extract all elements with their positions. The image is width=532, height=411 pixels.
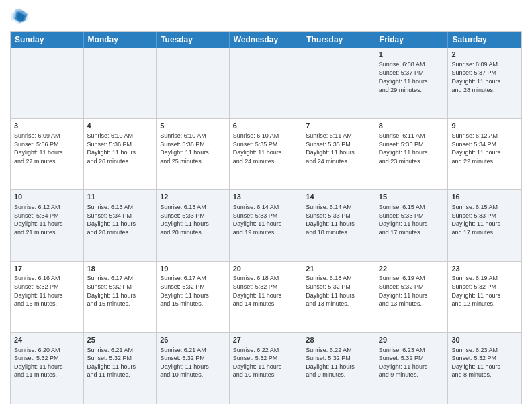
cal-cell-8: 8Sunrise: 6:11 AM Sunset: 5:35 PM Daylig…	[375, 119, 449, 189]
day-number: 29	[379, 335, 445, 345]
day-info: Sunrise: 6:15 AM Sunset: 5:33 PM Dayligh…	[451, 203, 518, 236]
day-number: 30	[451, 335, 518, 345]
cal-cell-empty-1	[84, 48, 157, 118]
cal-cell-26: 26Sunrise: 6:21 AM Sunset: 5:32 PM Dayli…	[157, 333, 230, 404]
day-info: Sunrise: 6:13 AM Sunset: 5:34 PM Dayligh…	[87, 203, 153, 236]
day-info: Sunrise: 6:17 AM Sunset: 5:32 PM Dayligh…	[160, 274, 226, 308]
day-info: Sunrise: 6:21 AM Sunset: 5:32 PM Dayligh…	[87, 346, 153, 379]
cal-cell-28: 28Sunrise: 6:22 AM Sunset: 5:32 PM Dayli…	[302, 333, 375, 404]
day-info: Sunrise: 6:21 AM Sunset: 5:32 PM Dayligh…	[160, 346, 226, 379]
cal-cell-10: 10Sunrise: 6:12 AM Sunset: 5:34 PM Dayli…	[11, 190, 84, 261]
cal-cell-23: 23Sunrise: 6:19 AM Sunset: 5:32 PM Dayli…	[448, 262, 521, 332]
day-info: Sunrise: 6:17 AM Sunset: 5:32 PM Dayligh…	[87, 274, 153, 308]
calendar-body: 1Sunrise: 6:08 AM Sunset: 5:37 PM Daylig…	[11, 48, 521, 404]
day-number: 6	[233, 121, 299, 131]
day-number: 25	[87, 335, 153, 345]
day-number: 14	[306, 192, 371, 202]
day-number: 27	[233, 335, 299, 345]
day-number: 16	[451, 192, 518, 202]
day-number: 5	[160, 121, 226, 131]
day-info: Sunrise: 6:11 AM Sunset: 5:35 PM Dayligh…	[379, 132, 445, 165]
cal-cell-empty-3	[230, 48, 303, 118]
day-info: Sunrise: 6:16 AM Sunset: 5:32 PM Dayligh…	[14, 274, 80, 308]
header-day-thursday: Thursday	[302, 32, 375, 48]
header-day-monday: Monday	[84, 32, 157, 48]
day-info: Sunrise: 6:10 AM Sunset: 5:36 PM Dayligh…	[160, 132, 226, 165]
day-number: 3	[14, 121, 80, 131]
day-info: Sunrise: 6:12 AM Sunset: 5:34 PM Dayligh…	[14, 203, 80, 236]
calendar: SundayMondayTuesdayWednesdayThursdayFrid…	[10, 31, 522, 404]
calendar-row-3: 17Sunrise: 6:16 AM Sunset: 5:32 PM Dayli…	[11, 261, 521, 332]
logo-icon	[10, 7, 29, 26]
calendar-row-2: 10Sunrise: 6:12 AM Sunset: 5:34 PM Dayli…	[11, 189, 521, 261]
cal-cell-empty-0	[11, 48, 84, 118]
cal-cell-27: 27Sunrise: 6:22 AM Sunset: 5:32 PM Dayli…	[230, 333, 303, 404]
cal-cell-7: 7Sunrise: 6:11 AM Sunset: 5:35 PM Daylig…	[302, 119, 375, 189]
day-number: 1	[379, 50, 445, 60]
cal-cell-19: 19Sunrise: 6:17 AM Sunset: 5:32 PM Dayli…	[157, 262, 230, 332]
header-day-tuesday: Tuesday	[157, 32, 230, 48]
day-number: 12	[160, 192, 226, 202]
cal-cell-6: 6Sunrise: 6:10 AM Sunset: 5:35 PM Daylig…	[230, 119, 303, 189]
day-number: 8	[379, 121, 445, 131]
cal-cell-21: 21Sunrise: 6:18 AM Sunset: 5:32 PM Dayli…	[302, 262, 375, 332]
day-info: Sunrise: 6:18 AM Sunset: 5:32 PM Dayligh…	[233, 274, 299, 308]
calendar-row-0: 1Sunrise: 6:08 AM Sunset: 5:37 PM Daylig…	[11, 48, 521, 118]
day-number: 13	[233, 192, 299, 202]
day-info: Sunrise: 6:09 AM Sunset: 5:37 PM Dayligh…	[451, 60, 518, 94]
day-info: Sunrise: 6:23 AM Sunset: 5:32 PM Dayligh…	[379, 346, 445, 379]
header	[10, 7, 522, 26]
day-info: Sunrise: 6:22 AM Sunset: 5:32 PM Dayligh…	[233, 346, 299, 379]
page: SundayMondayTuesdayWednesdayThursdayFrid…	[0, 0, 532, 411]
cal-cell-22: 22Sunrise: 6:19 AM Sunset: 5:32 PM Dayli…	[375, 262, 449, 332]
logo	[10, 7, 31, 26]
cal-cell-29: 29Sunrise: 6:23 AM Sunset: 5:32 PM Dayli…	[375, 333, 449, 404]
day-info: Sunrise: 6:09 AM Sunset: 5:36 PM Dayligh…	[14, 132, 80, 165]
cal-cell-9: 9Sunrise: 6:12 AM Sunset: 5:34 PM Daylig…	[448, 119, 521, 189]
day-info: Sunrise: 6:10 AM Sunset: 5:35 PM Dayligh…	[233, 132, 299, 165]
calendar-header: SundayMondayTuesdayWednesdayThursdayFrid…	[11, 32, 521, 48]
cal-cell-20: 20Sunrise: 6:18 AM Sunset: 5:32 PM Dayli…	[230, 262, 303, 332]
day-info: Sunrise: 6:13 AM Sunset: 5:33 PM Dayligh…	[160, 203, 226, 236]
day-info: Sunrise: 6:23 AM Sunset: 5:32 PM Dayligh…	[451, 346, 518, 379]
header-day-wednesday: Wednesday	[230, 32, 303, 48]
day-number: 17	[14, 264, 80, 274]
cal-cell-15: 15Sunrise: 6:15 AM Sunset: 5:33 PM Dayli…	[375, 190, 449, 261]
header-day-saturday: Saturday	[448, 32, 521, 48]
day-number: 24	[14, 335, 80, 345]
cal-cell-18: 18Sunrise: 6:17 AM Sunset: 5:32 PM Dayli…	[84, 262, 157, 332]
day-info: Sunrise: 6:20 AM Sunset: 5:32 PM Dayligh…	[14, 346, 80, 379]
day-number: 22	[379, 264, 445, 274]
day-number: 19	[160, 264, 226, 274]
day-info: Sunrise: 6:10 AM Sunset: 5:36 PM Dayligh…	[87, 132, 153, 165]
cal-cell-1: 1Sunrise: 6:08 AM Sunset: 5:37 PM Daylig…	[375, 48, 449, 118]
day-number: 26	[160, 335, 226, 345]
day-info: Sunrise: 6:19 AM Sunset: 5:32 PM Dayligh…	[451, 274, 518, 308]
day-number: 15	[379, 192, 445, 202]
day-info: Sunrise: 6:15 AM Sunset: 5:33 PM Dayligh…	[379, 203, 445, 236]
day-info: Sunrise: 6:12 AM Sunset: 5:34 PM Dayligh…	[451, 132, 518, 165]
cal-cell-24: 24Sunrise: 6:20 AM Sunset: 5:32 PM Dayli…	[11, 333, 84, 404]
cal-cell-11: 11Sunrise: 6:13 AM Sunset: 5:34 PM Dayli…	[84, 190, 157, 261]
day-number: 7	[306, 121, 371, 131]
cal-cell-16: 16Sunrise: 6:15 AM Sunset: 5:33 PM Dayli…	[448, 190, 521, 261]
calendar-row-4: 24Sunrise: 6:20 AM Sunset: 5:32 PM Dayli…	[11, 332, 521, 404]
day-info: Sunrise: 6:22 AM Sunset: 5:32 PM Dayligh…	[306, 346, 371, 379]
cal-cell-4: 4Sunrise: 6:10 AM Sunset: 5:36 PM Daylig…	[84, 119, 157, 189]
day-number: 11	[87, 192, 153, 202]
day-number: 9	[451, 121, 518, 131]
day-number: 21	[306, 264, 371, 274]
cal-cell-17: 17Sunrise: 6:16 AM Sunset: 5:32 PM Dayli…	[11, 262, 84, 332]
day-info: Sunrise: 6:19 AM Sunset: 5:32 PM Dayligh…	[379, 274, 445, 308]
cal-cell-2: 2Sunrise: 6:09 AM Sunset: 5:37 PM Daylig…	[448, 48, 521, 118]
day-number: 4	[87, 121, 153, 131]
day-info: Sunrise: 6:14 AM Sunset: 5:33 PM Dayligh…	[306, 203, 371, 236]
day-info: Sunrise: 6:08 AM Sunset: 5:37 PM Dayligh…	[379, 60, 445, 94]
cal-cell-14: 14Sunrise: 6:14 AM Sunset: 5:33 PM Dayli…	[302, 190, 375, 261]
day-number: 10	[14, 192, 80, 202]
cal-cell-empty-2	[157, 48, 230, 118]
header-day-sunday: Sunday	[11, 32, 84, 48]
day-number: 28	[306, 335, 371, 345]
cal-cell-empty-4	[302, 48, 375, 118]
day-number: 2	[451, 50, 518, 60]
